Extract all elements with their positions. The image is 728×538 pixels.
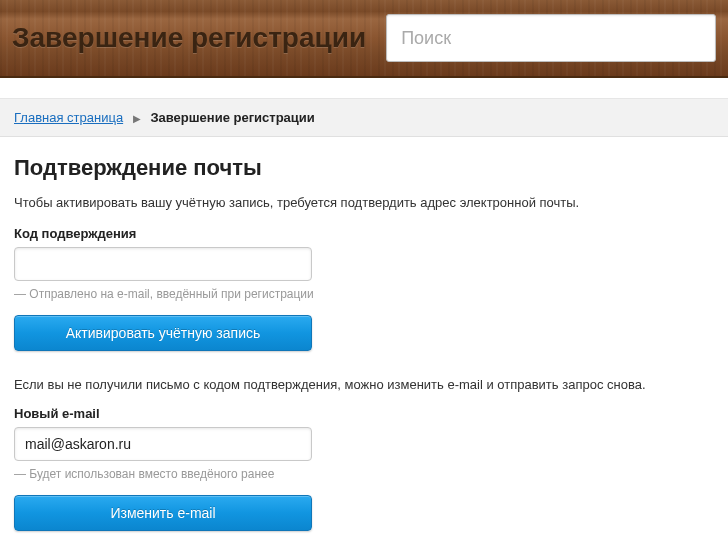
page-title: Завершение регистрации (12, 22, 366, 54)
breadcrumb: Главная страница ▶ Завершение регистраци… (0, 98, 728, 137)
code-label: Код подверждения (14, 226, 714, 241)
search-input[interactable] (386, 14, 716, 62)
breadcrumb-home-link[interactable]: Главная страница (14, 110, 123, 125)
new-email-input[interactable] (14, 427, 312, 461)
change-email-button[interactable]: Изменить e-mail (14, 495, 312, 531)
header: Завершение регистрации (0, 0, 728, 78)
email-label: Новый e-mail (14, 406, 714, 421)
code-hint: — Отправлено на e-mail, введённый при ре… (14, 287, 714, 301)
resend-text: Если вы не получили письмо с кодом подтв… (14, 377, 714, 392)
confirmation-code-input[interactable] (14, 247, 312, 281)
main-content: Подтверждение почты Чтобы активировать в… (0, 137, 728, 538)
email-hint: — Будет использован вместо введёного ран… (14, 467, 714, 481)
breadcrumb-separator-icon: ▶ (133, 113, 141, 124)
breadcrumb-current: Завершение регистрации (150, 110, 314, 125)
intro-text: Чтобы активировать вашу учётную запись, … (14, 195, 714, 210)
section-heading: Подтверждение почты (14, 155, 714, 181)
activate-account-button[interactable]: Активировать учётную запись (14, 315, 312, 351)
